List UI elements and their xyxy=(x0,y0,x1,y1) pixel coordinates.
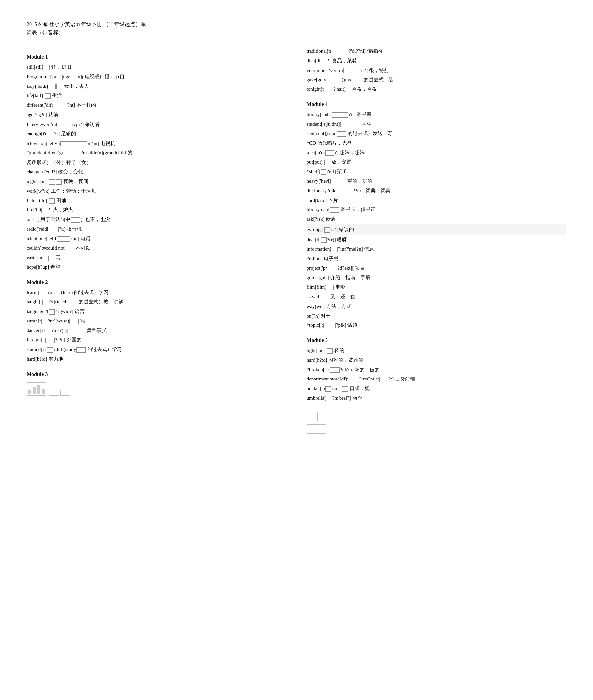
entry-grandchildren-2: 复数形式）（外）孙子（女） xyxy=(27,158,287,167)
entry-night: night[nait] 夜晚，夜间 xyxy=(27,177,287,186)
entry-ago: ago[?'g?u] 从前 xyxy=(27,110,287,120)
entry-heavy: heavy['hevi] 重的，沉的 xyxy=(307,177,567,186)
entry-taught: taught[t?:t](teach 的过去式）教，讲解 xyxy=(27,297,287,306)
boxes-area xyxy=(49,390,70,396)
entry-information: information[?inf?'mei?n] 信息 xyxy=(307,245,567,254)
entry-pocket: pocket['p?kit] 口袋，兜 xyxy=(307,384,567,394)
module2-title: Module 2 xyxy=(27,279,287,285)
two-column-layout: Module 1 still[stil] 还，仍旧 Programme['pru… xyxy=(27,47,566,434)
entry-grandchildren: *grandchildren['gr?n't?ildr?n](grandchil… xyxy=(27,149,287,158)
module4-title: Module 4 xyxy=(307,101,567,108)
entry-guide: guide[gaid] 介绍，指南，手册 xyxy=(307,274,567,283)
entry-ask: ask[?:sk] 邀请 xyxy=(307,215,567,224)
right-column: traditional[tr?'di??nl] 传统的 dish[di?] 食品… xyxy=(307,47,567,434)
module3-title: Module 3 xyxy=(27,371,287,377)
entry-sent: sent[sent](send 的过去式）发送，寄 xyxy=(307,129,567,138)
entry-foreign: foreign['f?r?n] 外国的 xyxy=(27,335,287,345)
entry-write: write[rait] 写 xyxy=(27,253,287,262)
entry-television: television['telivii?(?)n] 电视机 xyxy=(27,139,287,148)
entry-on: on[?n] 对于 xyxy=(307,312,567,321)
entry-couldnt: couldn`t=could not 不可以 xyxy=(27,244,287,253)
entry-different: different['difr?nt] 不一样的 xyxy=(27,101,287,110)
entry-enough: enough[i'n?f] 足够的 xyxy=(27,129,287,138)
entry-way: way[wei] 方法，方式 xyxy=(307,302,567,311)
entry-language: language['l??gwid?] 语言 xyxy=(27,307,287,316)
entry-learnt: learnt[l?:nt] （learn 的过去式）学习 xyxy=(27,288,287,297)
entry-library: library['laibr?ri] 图书室 xyxy=(307,110,567,119)
entry-studied: studied['st?did](study 的过去式）学习 xyxy=(27,345,287,354)
entry-film: film[film] 电影 xyxy=(307,283,567,292)
entry-work: work[w?:k] 工作；劳动；干活儿 xyxy=(27,187,287,196)
entry-or: or[?:]( 用于否认句中）也不，也没 xyxy=(27,215,287,224)
entry-dish: dish[di?] 食品；菜肴 xyxy=(307,56,567,66)
entry-radio: radio['reidi?u] 收音机 xyxy=(27,225,287,234)
entry-still: still[stil] 还，仍旧 xyxy=(27,63,287,72)
entry-idea: idea[ai'di?] 想法，想法 xyxy=(307,148,567,157)
entry-department-store: department store[di'p?:tm?nt st?:] 百货商铺 xyxy=(307,374,567,384)
entry-as-well: as well 又，还，也 xyxy=(307,292,567,302)
module5-image-area xyxy=(307,411,567,421)
entry-ebook: *e-book 电子书 xyxy=(307,254,567,263)
entry-wrong: wrong[r?:?] 错误的 xyxy=(307,224,567,235)
page-container: 2015 外研社小学英语五年级下册 （三年级起点）单 词表（带音标） Modul… xyxy=(27,20,566,434)
entry-very-much: very much['veri m?t?] 很，特别 xyxy=(307,66,567,75)
entry-dancer: dancer['d?:ns?(r)] 舞蹈演员 xyxy=(27,326,287,335)
entry-project: project['pr?d?ekt][ 项目 xyxy=(307,264,567,273)
entry-wrote: wrote[r?ut](write) 写 xyxy=(27,317,287,326)
entry-light: light[lait] 轻的 xyxy=(307,346,567,355)
entry-interviewer: Interviewer['int?vju?] 采访者 xyxy=(27,120,287,129)
entry-dictionary: dictionary['dik??nri] 词典；词典 xyxy=(307,186,567,196)
entry-change: change[t?end?] 改变，变化 xyxy=(27,167,287,177)
entry-topic: *topic['t?pik] 话题 xyxy=(307,321,567,330)
entry-telephone: telephone['telif?un] 电话 xyxy=(27,234,287,244)
module5-title: Module 5 xyxy=(307,337,567,343)
entry-put: put[put] 放，安置 xyxy=(307,158,567,167)
entry-programme: Programme['prugrm]( 电视或广播）节目 xyxy=(27,72,287,82)
entry-student: student['stju:dnt] 学生 xyxy=(307,120,567,129)
entry-card: card[k?:d] 卜片 xyxy=(307,196,567,205)
entry-hard-adj: hard[h?:d] 困难的，费劲的 xyxy=(307,356,567,365)
entry-broken: *broken['br?uk?n] 坏的，破的 xyxy=(307,365,567,374)
page-title: 2015 外研社小学英语五年级下册 （三年级起点）单 词表（带音标） xyxy=(27,20,566,37)
entry-hope: hope[h?up] 希望 xyxy=(27,263,287,272)
entry-cd: *CD 激光唱片，光盘 xyxy=(307,138,567,148)
module3-image-area xyxy=(27,382,287,396)
entry-gave: gave[geiv] （give 的过去式）给 xyxy=(307,75,567,84)
entry-field: field[fi:ld] 田地 xyxy=(27,196,287,205)
entry-dear: dear[di?(r)] 哎呀 xyxy=(307,235,567,245)
entry-tonight: tonight[t?'nait] 今夜，今夜 xyxy=(307,85,567,94)
module1-title: Module 1 xyxy=(27,54,287,60)
entry-library-card: library card 图书卡，借书证 xyxy=(307,205,567,214)
entry-lady: lady['leidi] 女士，夫人 xyxy=(27,82,287,91)
left-column: Module 1 still[stil] 还，仍旧 Programme['pru… xyxy=(27,47,287,434)
entry-umbrella: umbrella[?m'brel?] 雨伞 xyxy=(307,394,567,403)
chart-placeholder xyxy=(27,382,46,396)
entry-fire: fire['fai?] 火，炉火 xyxy=(27,205,287,215)
entry-shelf: *shelf[?elf] 架子 xyxy=(307,167,567,176)
entry-traditional: traditional[tr?'di??nl] 传统的 xyxy=(307,47,567,56)
entry-life: life[laif] 生活 xyxy=(27,91,287,100)
entry-hard-adv: hard[h?:d] 努力地 xyxy=(27,355,287,364)
